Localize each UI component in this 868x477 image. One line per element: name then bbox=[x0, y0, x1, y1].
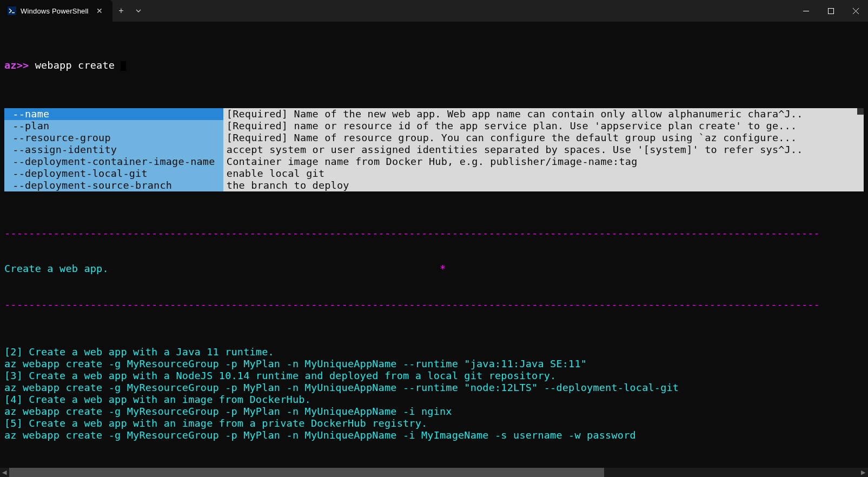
scrollbar-track[interactable] bbox=[9, 468, 859, 477]
example-command: az webapp create -g MyResourceGroup -p M… bbox=[4, 406, 864, 418]
help-title-line: Create a web app. * bbox=[4, 263, 864, 275]
cursor bbox=[121, 61, 126, 71]
completion-popup[interactable]: --name --plan --resource-group --assign-… bbox=[4, 108, 864, 191]
completion-option[interactable]: --plan bbox=[4, 120, 223, 132]
completion-descriptions: [Required] Name of the new web app. Web … bbox=[223, 108, 864, 191]
completion-description: enable local git bbox=[223, 168, 864, 180]
example-heading: [5] Create a web app with an image from … bbox=[4, 418, 864, 429]
window-controls bbox=[793, 0, 868, 22]
example-command: az webapp create -g MyResourceGroup -p M… bbox=[4, 429, 864, 441]
completion-description: [Required] name or resource id of the ap… bbox=[223, 120, 864, 132]
scrollbar-thumb[interactable] bbox=[857, 108, 864, 115]
completion-option[interactable]: --deployment-source-branch bbox=[4, 180, 223, 191]
svg-rect-3 bbox=[828, 8, 833, 14]
completion-description: Container image name from Docker Hub, e.… bbox=[223, 156, 864, 168]
completion-option[interactable]: --deployment-container-image-name bbox=[4, 156, 223, 168]
scroll-right-arrow[interactable]: ▶ bbox=[859, 468, 868, 477]
horizontal-scrollbar[interactable]: ◀ ▶ bbox=[0, 468, 868, 477]
minimize-button[interactable] bbox=[793, 0, 818, 22]
divider: ----------------------------------------… bbox=[4, 299, 864, 310]
example-heading: [4] Create a web app with an image from … bbox=[4, 394, 864, 406]
completion-option[interactable]: --assign-identity bbox=[4, 144, 223, 156]
help-examples: [2] Create a web app with a Java 11 runt… bbox=[4, 346, 864, 441]
tab-dropdown-button[interactable] bbox=[130, 8, 147, 14]
close-tab-button[interactable]: ✕ bbox=[94, 5, 105, 16]
example-heading: [2] Create a web app with a Java 11 runt… bbox=[4, 346, 864, 358]
example-command: az webapp create -g MyResourceGroup -p M… bbox=[4, 382, 864, 394]
powershell-icon bbox=[8, 6, 16, 15]
completion-option[interactable]: --deployment-local-git bbox=[4, 168, 223, 180]
example-command: az webapp create -g MyResourceGroup -p M… bbox=[4, 358, 864, 370]
new-tab-button[interactable]: + bbox=[112, 6, 130, 16]
divider: ----------------------------------------… bbox=[4, 227, 864, 239]
star-marker: * bbox=[440, 263, 446, 274]
prompt-prefix: az>> bbox=[4, 59, 29, 71]
completion-description: [Required] Name of resource group. You c… bbox=[223, 132, 864, 144]
completion-option[interactable]: --name bbox=[4, 108, 223, 120]
scrollbar-thumb[interactable] bbox=[9, 468, 604, 477]
completion-scrollbar[interactable] bbox=[857, 108, 864, 191]
completion-description: the branch to deploy bbox=[223, 180, 864, 191]
maximize-button[interactable] bbox=[818, 0, 843, 22]
help-summary: Create a web app. bbox=[4, 263, 109, 274]
scroll-left-arrow[interactable]: ◀ bbox=[0, 468, 9, 477]
tab-title: Windows PowerShell bbox=[21, 7, 90, 15]
completion-description: [Required] Name of the new web app. Web … bbox=[223, 108, 864, 120]
prompt-command: webapp create bbox=[29, 59, 121, 71]
terminal-content[interactable]: az>> webapp create --name --plan --resou… bbox=[0, 22, 868, 477]
prompt-line: az>> webapp create bbox=[4, 59, 864, 71]
example-heading: [3] Create a web app with a NodeJS 10.14… bbox=[4, 370, 864, 382]
completion-description: accept system or user assigned identitie… bbox=[223, 144, 864, 156]
completion-options[interactable]: --name --plan --resource-group --assign-… bbox=[4, 108, 223, 191]
close-window-button[interactable] bbox=[843, 0, 868, 22]
window-titlebar: Windows PowerShell ✕ + bbox=[0, 0, 868, 22]
tabbar-actions: + bbox=[112, 0, 147, 22]
terminal-tab[interactable]: Windows PowerShell ✕ bbox=[0, 0, 112, 22]
completion-option[interactable]: --resource-group bbox=[4, 132, 223, 144]
